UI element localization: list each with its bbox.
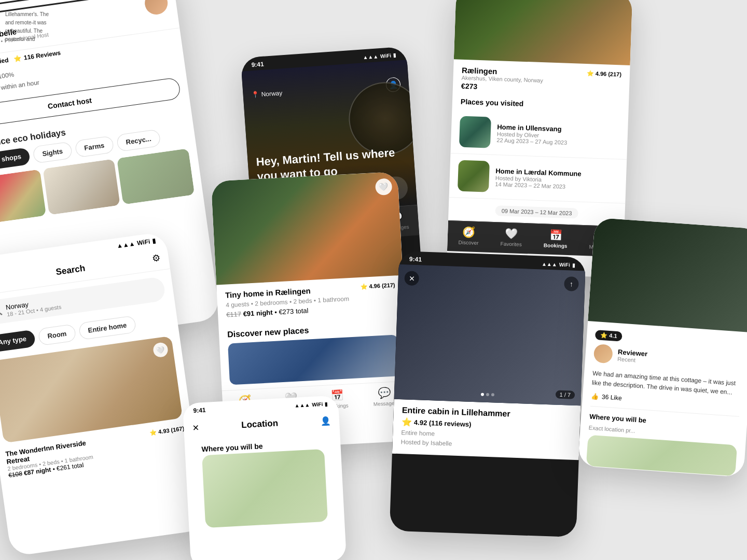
nav-bookings-bookings-label: Bookings: [544, 242, 568, 249]
signal-icon-cabin: ▲▲▲: [542, 261, 557, 267]
where-be-section: Where you will be Exact location pr...: [586, 406, 739, 477]
favorites-icon-bookings: 🤍: [505, 227, 518, 240]
globe-decoration: [347, 80, 417, 157]
partial-line-3: re beautiful. The: [5, 27, 57, 35]
review-text: We had an amazing time at this cottage –…: [591, 369, 742, 398]
bookings-icon-bookings: 📅: [549, 229, 563, 242]
battery-icon-martin: ▮: [393, 52, 397, 58]
pill-organic-shops[interactable]: Organic shops: [0, 147, 31, 173]
reviews-label: 116 Reviews: [23, 49, 61, 62]
bookings-top-image: [454, 0, 633, 65]
status-icons-location: ▲▲▲ WiFi ▮: [294, 401, 328, 408]
old-price: €108: [8, 470, 22, 479]
reviews-badge: ⭐ 116 Reviews: [13, 49, 61, 63]
visited-image-1: [459, 116, 491, 148]
eco-image-1: [0, 170, 46, 226]
reviewer-avatar: [593, 344, 613, 363]
time-cabin: 9:41: [409, 256, 422, 263]
visited-item-1: Home in Ullensvang Hosted by Oliver 22 A…: [450, 109, 628, 160]
booking-date-badge: 09 Mar 2023 – 12 Mar 2023: [495, 205, 578, 219]
search-input-content: Norway 18 - 21 Oct • 4 guests: [5, 296, 62, 317]
filter-room[interactable]: Room: [37, 324, 76, 346]
mini-map: [586, 435, 737, 477]
partial-line-1: Lillehammer's. The: [5, 10, 57, 19]
heart-button-listing[interactable]: 🤍: [375, 178, 393, 196]
wifi-icon-martin: WiFi: [380, 52, 392, 59]
eco-image-3: [117, 148, 195, 204]
signal-icon-location: ▲▲▲: [294, 402, 310, 409]
location-body: Where you will be: [184, 431, 345, 540]
result-rating: ⭐ 4.93 (167): [149, 425, 185, 437]
wifi-icon: WiFi: [136, 238, 150, 247]
time-location: 9:41: [193, 407, 206, 414]
partial-line-2: and remote-it was: [5, 19, 57, 27]
phone-cabin: 9:41 ▲▲▲ WiFi ▮ ✕ ↑ 1 / 7 Entire cabin i…: [390, 251, 586, 537]
filter-any-type[interactable]: Any type: [0, 329, 36, 353]
star-badge: ⭐ 4.1: [595, 330, 623, 342]
heart-button-search[interactable]: 🤍: [153, 342, 169, 358]
listing-rating: ⭐ 4.96 (217): [360, 282, 395, 290]
discover-icon-bookings: 🧭: [462, 226, 476, 239]
cabin-rating: 4.92 (116 reviews): [414, 418, 472, 428]
cabin-details: Entire cabin in Lillehammer ⭐ 4.92 (116 …: [392, 399, 580, 460]
cabin-interior: [394, 264, 586, 405]
new-price-listing: €91 night: [243, 309, 273, 318]
battery-icon: ▮: [151, 237, 156, 245]
eco-image-2: [43, 159, 120, 215]
image-counter: 1 / 7: [555, 390, 575, 399]
review-content: ⭐ 4.1 Reviewer Recent We had an amazing …: [578, 321, 747, 478]
partial-text: Lillehammer's. The and remote-it was re …: [5, 10, 57, 44]
search-icon: 🔍: [0, 307, 3, 316]
phone-review: ⭐ 4.1 Reviewer Recent We had an amazing …: [578, 217, 747, 477]
review-top-image: [588, 217, 747, 332]
wifi-icon-cabin: WiFi: [559, 261, 570, 268]
star-icon: ⭐: [13, 54, 22, 63]
eco-section: Experience eco holidays Organic shops Si…: [0, 104, 204, 233]
norway-text: Norway: [261, 89, 283, 98]
image-dots: [481, 393, 494, 397]
rælingen-section: Rælingen Akershus, Viken county, Norway …: [453, 59, 630, 99]
visited-info-2: Home in Lærdal Kommune Hosted by Viktori…: [495, 167, 618, 191]
visited-item-2: Home in Lærdal Kommune Hosted by Viktori…: [449, 153, 627, 204]
time-martin: 9:41: [251, 61, 264, 69]
nav-bookings-bookings[interactable]: 📅 Bookings: [544, 228, 568, 249]
visited-image-2: [458, 160, 490, 192]
phone-location: 9:41 ▲▲▲ WiFi ▮ ✕ Location 👤 Where you w…: [183, 395, 347, 560]
total-price-listing: €273 total: [279, 306, 309, 316]
where-section: Where you will be: [192, 432, 337, 540]
battery-icon-cabin: ▮: [572, 262, 575, 268]
location-title: Location: [205, 416, 315, 432]
nav-favorites-bookings[interactable]: 🤍 Favorites: [500, 227, 522, 247]
status-icons-cabin: ▲▲▲ WiFi ▮: [542, 261, 575, 268]
dot-1: [481, 393, 484, 396]
norway-label: 📍 Norway: [251, 89, 283, 99]
cabin-star-icon: ⭐: [402, 417, 412, 427]
discover-section: Discover new places: [218, 316, 408, 391]
cabin-image: ✕ ↑ 1 / 7: [394, 264, 586, 405]
nav-favorites-bookings-label: Favorites: [500, 241, 521, 247]
nav-discover-bookings-label: Discover: [458, 240, 478, 246]
signal-icon: ▲▲▲: [116, 240, 135, 250]
dot-2: [486, 393, 489, 396]
discover-image: [228, 334, 400, 385]
messages-icon-listing: 💬: [378, 386, 391, 399]
dot-3: [491, 393, 494, 396]
rælingen-rating: ⭐ 4.96 (217): [587, 70, 622, 78]
battery-icon-location: ▮: [325, 401, 328, 407]
wifi-icon-location: WiFi: [312, 401, 323, 407]
profile-icon-location: 👤: [320, 416, 331, 426]
nav-discover-bookings[interactable]: 🧭 Discover: [458, 226, 479, 246]
rælingen-price: €273: [461, 82, 543, 93]
likes-count: 36 Like: [602, 393, 622, 402]
old-price-listing: €117: [226, 310, 242, 318]
listing-image: 🤍: [211, 172, 403, 285]
signal-icon-martin: ▲▲▲: [363, 53, 378, 60]
close-icon-location[interactable]: ✕: [192, 423, 199, 433]
filter-entire-home[interactable]: Entire home: [78, 315, 137, 340]
status-icons-martin: ▲▲▲ WiFi ▮: [363, 52, 396, 60]
location-map: [202, 449, 328, 528]
filter-icon[interactable]: ⚙: [151, 252, 161, 264]
thumbs-up-icon: 👍: [591, 393, 599, 400]
cabin-title: Entire cabin in Lillehammer: [402, 405, 510, 418]
reviewer-info: Reviewer Recent: [617, 348, 648, 364]
